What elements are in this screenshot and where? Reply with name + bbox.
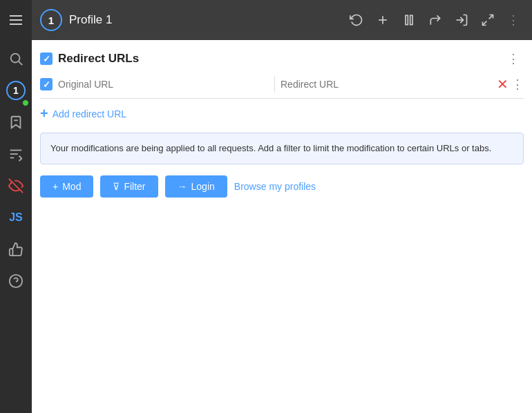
card-title: Redirect URLs bbox=[58, 52, 139, 66]
svg-point-0 bbox=[11, 54, 20, 63]
remove-url-button[interactable]: ✕ bbox=[497, 76, 509, 93]
card-header-left: Redirect URLs bbox=[40, 52, 139, 66]
url-divider bbox=[274, 76, 275, 93]
expand-button[interactable] bbox=[477, 10, 499, 30]
original-url-input[interactable] bbox=[58, 79, 269, 90]
filter-button[interactable]: ⊽ Filter bbox=[100, 175, 158, 198]
filter-icon: ⊽ bbox=[113, 181, 120, 192]
mod-button[interactable]: + Mod bbox=[40, 175, 93, 198]
svg-line-14 bbox=[489, 15, 493, 19]
url-row: ✕ ⋮ bbox=[40, 76, 524, 99]
topbar-more-button[interactable]: ⋮ bbox=[503, 10, 524, 30]
sidebar-item-sort[interactable] bbox=[0, 138, 32, 170]
hamburger-icon bbox=[10, 15, 22, 25]
mod-button-icon: + bbox=[53, 181, 58, 192]
main-area: 1 Profile 1 bbox=[32, 0, 532, 413]
add-url-icon: + bbox=[40, 106, 48, 122]
svg-rect-12 bbox=[410, 15, 412, 24]
sidebar-item-profile[interactable]: 1 bbox=[0, 75, 32, 106]
sidebar-item-bookmarks[interactable] bbox=[0, 106, 32, 138]
url-row-actions: ✕ ⋮ bbox=[497, 76, 524, 93]
sidebar-item-search[interactable] bbox=[0, 43, 32, 75]
profile-active-dot bbox=[22, 99, 29, 106]
share-button[interactable] bbox=[424, 10, 446, 30]
topbar-actions: ⋮ bbox=[345, 10, 524, 30]
sidebar-icons: 1 JS bbox=[0, 43, 32, 297]
info-banner: Your modifications are being applied to … bbox=[40, 133, 524, 164]
js-text-icon: JS bbox=[9, 211, 23, 224]
content-area: Redirect URLs ⋮ ✕ ⋮ + Add redirect URL Y… bbox=[32, 40, 532, 413]
topbar: 1 Profile 1 bbox=[32, 0, 532, 40]
hamburger-button[interactable] bbox=[0, 0, 32, 40]
svg-rect-11 bbox=[406, 15, 408, 24]
redirect-url-input[interactable] bbox=[281, 79, 491, 90]
topbar-profile-number: 1 bbox=[40, 9, 62, 31]
url-row-checkbox[interactable] bbox=[40, 78, 53, 90]
add-button[interactable] bbox=[372, 10, 394, 30]
login-action-icon: → bbox=[178, 181, 187, 192]
undo-button[interactable] bbox=[345, 10, 368, 30]
sidebar-item-js[interactable]: JS bbox=[0, 202, 32, 233]
browse-profiles-link[interactable]: Browse my profiles bbox=[234, 181, 316, 192]
svg-line-15 bbox=[483, 21, 487, 26]
info-message: Your modifications are being applied to … bbox=[50, 143, 491, 153]
topbar-title: Profile 1 bbox=[69, 13, 339, 27]
profile-badge-circle: 1 bbox=[6, 81, 26, 100]
sidebar-item-hide[interactable] bbox=[0, 170, 32, 202]
sidebar-item-thumbsup[interactable] bbox=[0, 233, 32, 265]
login-button[interactable] bbox=[450, 10, 473, 30]
url-row-more-button[interactable]: ⋮ bbox=[511, 77, 524, 92]
login-action-button[interactable]: → Login bbox=[165, 175, 227, 198]
mod-button-label: Mod bbox=[62, 181, 81, 192]
sidebar-item-help[interactable] bbox=[0, 265, 32, 297]
card-enabled-checkbox[interactable] bbox=[40, 52, 53, 65]
add-url-row[interactable]: + Add redirect URL bbox=[40, 106, 524, 122]
login-action-label: Login bbox=[191, 181, 215, 192]
sidebar: 1 JS bbox=[0, 0, 32, 413]
profile-number: 1 bbox=[13, 85, 19, 96]
card-more-button[interactable]: ⋮ bbox=[503, 48, 524, 69]
action-buttons: + Mod ⊽ Filter → Login Browse my profile… bbox=[40, 175, 524, 198]
pause-button[interactable] bbox=[398, 10, 420, 30]
add-url-label[interactable]: Add redirect URL bbox=[53, 108, 126, 119]
card-header: Redirect URLs ⋮ bbox=[40, 48, 524, 69]
svg-line-1 bbox=[19, 61, 22, 65]
filter-button-label: Filter bbox=[124, 181, 145, 192]
